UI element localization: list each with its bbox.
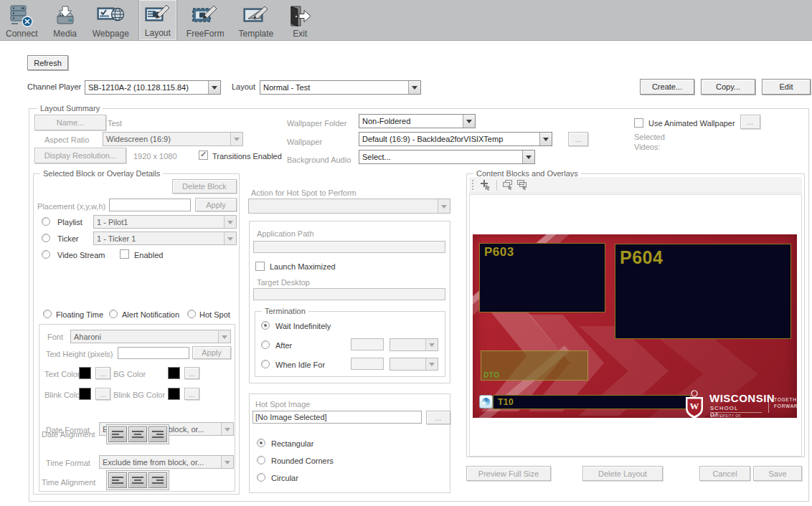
content-block-dto[interactable]: DTO	[481, 350, 588, 381]
wallpaper-folder-select[interactable]: Non-Foldered	[359, 114, 476, 128]
copy-button[interactable]: Copy...	[701, 79, 755, 95]
wallpaper-browse-button[interactable]: ...	[568, 132, 588, 146]
name-button[interactable]: Name...	[34, 115, 106, 130]
hot-spot-image-input[interactable]: [No Image Selected]	[252, 411, 422, 424]
video-stream-radio[interactable]	[42, 250, 50, 259]
placement-apply-button[interactable]: Apply	[195, 198, 237, 211]
create-button[interactable]: Create...	[640, 79, 694, 95]
text-color-label: Text Color	[44, 370, 80, 378]
use-animated-wallpaper-checkbox[interactable]	[634, 118, 643, 128]
video-stream-enabled-label: Enabled	[134, 251, 163, 259]
hot-spot-image-browse-button[interactable]: ...	[426, 411, 450, 424]
toolbar-webpage[interactable]: Webpage	[88, 0, 133, 40]
toolbar-template[interactable]: Template	[235, 0, 278, 40]
animated-wallpaper-browse-button[interactable]: ...	[740, 115, 760, 129]
time-format-select[interactable]: Exclude time from block, or...	[99, 455, 234, 469]
launch-maximized-checkbox[interactable]	[255, 262, 265, 271]
ticker-radio[interactable]	[42, 234, 50, 242]
after-value-input[interactable]	[351, 338, 384, 350]
toolbar-connect[interactable]: Connect	[1, 0, 42, 40]
target-desktop-input[interactable]	[253, 288, 445, 300]
align-left-icon[interactable]	[108, 426, 127, 442]
preview-full-size-button[interactable]: Preview Full Size	[466, 466, 551, 481]
floating-time-label: Floating Time	[56, 310, 103, 319]
toolbar-label: Layout	[145, 28, 171, 38]
content-block-p603[interactable]: P603	[479, 243, 605, 312]
font-label: Font	[47, 333, 63, 341]
blink-bg-color-button[interactable]: ...	[184, 388, 199, 400]
alert-notification-radio[interactable]	[109, 310, 118, 318]
application-path-input[interactable]	[253, 241, 445, 253]
align-right-icon[interactable]	[148, 472, 167, 488]
chevron-down-icon[interactable]	[208, 81, 220, 94]
text-color-button[interactable]: ...	[95, 367, 110, 379]
date-alignment-label: Date Alignment	[42, 430, 95, 439]
delete-layout-button[interactable]: Delete Layout	[582, 466, 663, 481]
block-label: T10	[498, 397, 514, 407]
toolbar-exit[interactable]: Exit	[283, 0, 316, 40]
chevron-down-icon	[224, 216, 236, 228]
cancel-button[interactable]: Cancel	[699, 466, 750, 481]
align-center-icon[interactable]	[128, 426, 147, 442]
hot-spot-image-label: Hot Spot Image	[255, 400, 310, 409]
channel-player-select[interactable]: SB-1210A-2 (10.128.115.84)	[85, 80, 221, 95]
wallpaper-select[interactable]: Default (16:9) - BackIdea2forVISIXTemp	[359, 132, 552, 146]
video-stream-enabled-checkbox[interactable]	[120, 249, 129, 259]
blink-color-button[interactable]: ...	[95, 388, 110, 400]
playlist-radio[interactable]	[42, 217, 50, 226]
align-left-icon[interactable]	[108, 472, 127, 488]
chevron-down-icon	[221, 456, 233, 468]
layout-summary-title: Layout Summary	[37, 104, 103, 113]
text-height-apply-button[interactable]: Apply	[192, 346, 231, 359]
font-select[interactable]: Aharoni	[70, 330, 231, 343]
display-resolution-button[interactable]: Display Resolution...	[34, 148, 126, 163]
after-unit-select[interactable]	[390, 338, 438, 351]
bg-color-swatch	[168, 367, 180, 379]
toolbar-layout[interactable]: Layout	[139, 0, 176, 40]
wait-indefinitely-radio[interactable]	[261, 321, 270, 330]
circular-radio[interactable]	[257, 473, 265, 482]
wallpaper-folder-label: Wallpaper Folder	[287, 119, 346, 128]
ticker-weather-icon	[479, 395, 493, 409]
hot-spot-radio[interactable]	[187, 310, 196, 318]
chevron-down-icon[interactable]	[522, 151, 534, 163]
bg-color-button[interactable]: ...	[184, 367, 199, 379]
when-idle-radio[interactable]	[261, 360, 270, 368]
after-radio[interactable]	[261, 340, 270, 349]
placement-input[interactable]	[109, 199, 191, 211]
text-height-input[interactable]	[118, 347, 189, 359]
blink-color-swatch	[79, 388, 91, 400]
chevron-down-icon[interactable]	[539, 133, 552, 145]
content-block-p604[interactable]: P604	[615, 244, 791, 339]
ticker-select[interactable]: 1 - Ticker 1	[93, 231, 237, 245]
background-audio-select[interactable]: Select...	[359, 150, 535, 164]
logo-sub2: UNIVERSITY OF WISCONSIN-MADISON	[710, 412, 762, 418]
chevron-down-icon[interactable]	[408, 81, 420, 94]
toolbar-media[interactable]: Media	[48, 0, 82, 40]
transitions-enabled-checkbox[interactable]	[199, 151, 208, 160]
align-center-icon[interactable]	[128, 472, 147, 488]
delete-block-button[interactable]: Delete Block	[172, 179, 237, 194]
playlist-select[interactable]: 1 - Pilot1	[93, 215, 237, 229]
add-block-icon[interactable]	[478, 178, 493, 191]
when-idle-unit-select[interactable]	[390, 358, 438, 371]
when-idle-value-input[interactable]	[351, 358, 384, 370]
rounded-corners-radio[interactable]	[257, 456, 265, 464]
video-stream-label: Video Stream	[57, 251, 105, 259]
bring-forward-icon[interactable]	[501, 178, 515, 191]
save-button[interactable]: Save	[753, 466, 802, 481]
layout-select[interactable]: Normal - Test	[260, 80, 421, 95]
ticker-block-t10[interactable]: T10	[493, 395, 691, 409]
selected-videos-label: Selected Videos:	[634, 132, 677, 152]
refresh-button[interactable]: Refresh	[27, 55, 68, 70]
chevron-down-icon[interactable]	[463, 115, 475, 128]
toolbar-freeform[interactable]: FreeForm	[182, 0, 229, 40]
svg-text:W: W	[690, 401, 699, 411]
floating-time-radio[interactable]	[43, 310, 52, 318]
edit-button[interactable]: Edit	[762, 79, 811, 95]
send-backward-icon[interactable]	[515, 178, 529, 191]
hot-spot-action-select[interactable]	[248, 199, 450, 214]
aspect-ratio-select[interactable]: Widescreen (16:9)	[103, 132, 243, 146]
align-right-icon[interactable]	[148, 426, 167, 442]
rectangular-radio[interactable]	[257, 439, 265, 447]
